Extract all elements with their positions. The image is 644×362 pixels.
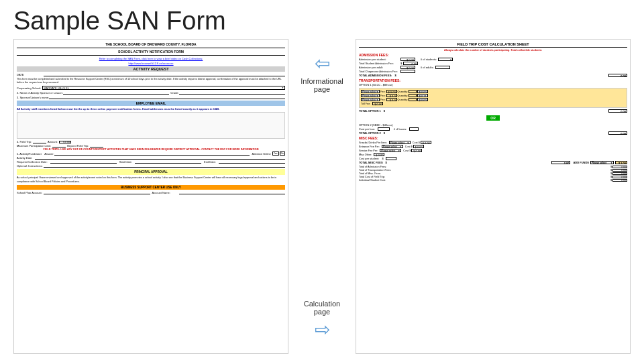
total-student-field[interactable]: 0.00 <box>403 62 418 65</box>
total-misc-field: 0.00 <box>551 161 570 164</box>
misc-other-label: Misc Other: <box>359 154 372 156</box>
right-arrow-icon: ⇨ <box>315 318 330 341</box>
sponsor-field[interactable] <box>49 96 285 99</box>
total-admission-row: TOTAL ADMISSION FEES: $ 0.00 <box>359 74 627 77</box>
total-misc-row: TOTAL MISC FEES $ 0.00 ADD FUNDS Please … <box>359 161 627 164</box>
activity-label: 5. Activity/Fundraiser <box>17 152 42 156</box>
total-chaperone-label: Total Chaperone Admission Fee: <box>359 70 399 73</box>
yes-option[interactable]: Yes <box>272 152 279 156</box>
principal-title: PRINCIPAL APPROVAL <box>134 170 168 174</box>
nature-field[interactable] <box>63 91 169 95</box>
summary-field-row: Total Cost of Field Trip: $ 0.00 <box>359 176 627 178</box>
summary-misc-label: Total of Misc. Fees: <box>359 172 381 175</box>
employee-email-box[interactable] <box>17 112 285 139</box>
qty-field-2[interactable] <box>409 94 417 97</box>
fee-label-3: Fee: <box>380 99 386 101</box>
req-coll-field[interactable] <box>50 160 117 164</box>
calc-arrow-item: Calculation page ⇨ <box>302 300 342 341</box>
date-field[interactable] <box>44 73 285 76</box>
summary-transport-label: Total of Transportation Fees: <box>359 169 391 172</box>
principal-section-title: PRINCIPAL APPROVAL <box>17 169 285 175</box>
account-field[interactable] <box>44 191 150 194</box>
total-option2-field: 0.00 <box>608 131 627 135</box>
qty-label-3: Quantity: <box>398 99 408 101</box>
nature-label: 2. Name of Activity Sponsor or Lesson: <box>17 91 63 95</box>
summary-transport-field: 0.00 <box>612 169 627 172</box>
date-row: DATE: <box>17 73 285 76</box>
dollar-sign-3: $ <box>384 109 385 113</box>
end-date-field[interactable] <box>219 160 285 164</box>
num-students-field[interactable]: 0 <box>438 58 453 61</box>
misc-row-2: Entrance Fee Per: Please select Cost $ $… <box>359 145 627 148</box>
coop-school-row: Cooperating School: MARGATE HILLS EL <box>17 86 285 90</box>
grade-field[interactable] <box>179 91 285 95</box>
misc-cost-field-2[interactable]: $ 0.00 <box>413 145 424 148</box>
empl-text: All Activity staff members listed below … <box>17 107 285 111</box>
optional-field[interactable] <box>44 164 285 168</box>
summary-transport-row: Total of Transportation Fees: $ 0.00 <box>359 169 627 172</box>
no-option[interactable]: No <box>280 152 285 156</box>
fee-label-1: Fee: <box>380 90 386 93</box>
num-buses-field[interactable] <box>409 127 419 131</box>
cost-per-bus-field[interactable] <box>378 127 390 131</box>
num-adults-field[interactable] <box>435 66 450 69</box>
misc-row-3: Service Fee Per: Please select Cost $ $ … <box>359 149 627 152</box>
beyond-label: Beyond Field Trip: <box>67 144 89 147</box>
admission-adult-field[interactable]: $ 0.00 <box>400 66 415 69</box>
summary-individual-label: Individual Student Cost: <box>359 179 386 182</box>
empl-section-title: EMPLOYEE EMAIL <box>17 101 285 106</box>
total-student-label: Total Student Admission Fee: <box>359 62 399 65</box>
cost-per-student-field[interactable] <box>386 157 396 160</box>
left-page-informational: THE SCHOOL BOARD OF BROWARD COUNTY, FLOR… <box>13 39 288 354</box>
beyond-field[interactable] <box>90 145 103 147</box>
dollar-sign-6: $ <box>610 166 612 168</box>
field-trip-field[interactable] <box>33 141 46 143</box>
info-arrow-item: ⇦ Informational page <box>301 52 343 93</box>
info-label: Informational page <box>301 77 343 93</box>
qty-field-3[interactable] <box>409 98 417 101</box>
fee-field-2[interactable]: $ 0.0 <box>386 94 397 97</box>
max-field[interactable] <box>52 145 66 147</box>
transport-dropdown-2[interactable]: Please select <box>361 94 380 97</box>
add-funds-label: ADD FUNDS <box>573 161 589 164</box>
account-name-field[interactable] <box>179 191 286 194</box>
fee-field-1[interactable]: $ 0.00 <box>386 90 397 93</box>
fee-field-3[interactable]: $ 0.0 <box>386 98 397 101</box>
misc-cost-label-3: Cost $ <box>403 149 411 152</box>
misc-cost-field-3[interactable]: $ 0.00 <box>411 149 422 152</box>
admission-per-field[interactable]: $ 0.00 <box>400 58 415 61</box>
row3-total: $ 0.00 <box>417 98 428 101</box>
field-trip-label: 4. Field Trip: <box>17 140 32 143</box>
misc-cost-label-1: Cost $ <box>413 141 420 144</box>
qty-field-1[interactable] <box>409 90 417 93</box>
misc-cost-field-1[interactable]: $ 0.00 <box>421 141 431 144</box>
start-date-label: Start Date: <box>119 160 132 164</box>
activity-date-label: Activity Date: <box>17 156 32 160</box>
account-name-label: Account Name: <box>152 191 179 194</box>
coop-school-dropdown[interactable]: MARGATE HILLS EL <box>42 86 285 90</box>
warning-text: Always calculate the number of students … <box>359 49 627 52</box>
summary-field-field: 0.00 <box>612 176 627 178</box>
cost-per-student-row: Cost per student: $ <box>359 157 627 160</box>
total-option1-label: TOTAL OPTION 1 <box>359 109 381 113</box>
answer-field[interactable] <box>54 152 250 156</box>
total-option2-label: TOTAL OPTION 2 <box>359 131 381 135</box>
add-funds-dropdown[interactable]: Please select <box>590 161 614 164</box>
total-chaperone-field[interactable] <box>400 70 415 73</box>
transport-dropdown-1[interactable]: Please select <box>361 90 380 93</box>
misc-dropdown-3[interactable]: Please select <box>380 149 401 152</box>
transport-dropdown-3[interactable]: Please select <box>361 98 380 101</box>
bsc-header: BUSINESS SUPPORT CENTER USE ONLY <box>17 185 285 190</box>
num-students-label: # of students: <box>421 58 437 61</box>
total-admission-field[interactable]: 0.00 <box>608 74 627 77</box>
cost-per-student-label: Cost per student: <box>359 157 379 160</box>
misc-other-field[interactable]: $ 0.00 <box>374 153 384 156</box>
fee-label-2: Fee: <box>380 95 386 97</box>
toll-field[interactable]: $ 0.00 <box>372 102 383 105</box>
misc-dropdown-2[interactable]: Please select <box>382 145 403 148</box>
num-buses-label: # of buses: <box>394 127 407 131</box>
activity-date-field[interactable] <box>35 156 285 160</box>
start-date-field[interactable] <box>135 160 201 164</box>
amount-field[interactable]: $ 0.00 <box>59 141 71 143</box>
misc-dropdown-1[interactable]: Please select <box>389 141 411 144</box>
